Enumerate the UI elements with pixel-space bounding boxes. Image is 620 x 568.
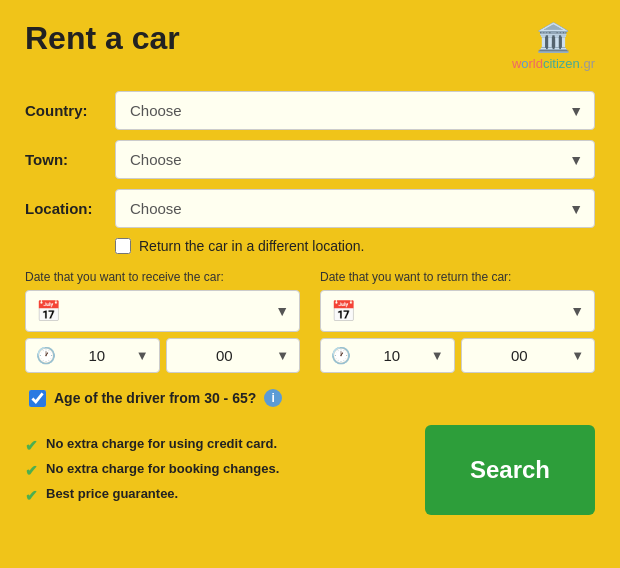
logo-text: worldcitizen.gr: [512, 56, 595, 71]
benefit-2-text: No extra charge for booking changes.: [46, 461, 279, 476]
location-label: Location:: [25, 200, 115, 217]
receive-time-row: 🕐 10 ▼ 00 ▼: [25, 338, 300, 373]
receive-date-block: Date that you want to receive the car: 📅…: [25, 270, 300, 373]
page-header: Rent a car 🏛️ worldcitizen.gr: [25, 20, 595, 73]
clock-icon: 🕐: [36, 346, 56, 365]
return-date-picker[interactable]: 📅 ▼: [320, 290, 595, 332]
return-date-block: Date that you want to return the car: 📅 …: [320, 270, 595, 373]
chevron-down-icon: ▼: [431, 348, 444, 363]
check-icon: ✔: [25, 462, 38, 480]
check-icon: ✔: [25, 437, 38, 455]
benefit-item: ✔ Best price guarantee.: [25, 486, 415, 505]
receive-date-picker[interactable]: 📅 ▼: [25, 290, 300, 332]
benefit-3-text: Best price guarantee.: [46, 486, 178, 501]
check-icon: ✔: [25, 487, 38, 505]
return-time-row: 🕐 10 ▼ 00 ▼: [320, 338, 595, 373]
logo: 🏛️ worldcitizen.gr: [512, 20, 595, 73]
chevron-down-icon: ▼: [571, 348, 584, 363]
age-row: Age of the driver from 30 - 65? i: [29, 389, 595, 407]
location-select[interactable]: Choose: [115, 189, 595, 228]
receive-hour-block[interactable]: 🕐 10 ▼: [25, 338, 160, 373]
age-checkbox[interactable]: [29, 390, 46, 407]
benefit-item: ✔ No extra charge for using credit card.: [25, 436, 415, 455]
town-select[interactable]: Choose: [115, 140, 595, 179]
info-icon[interactable]: i: [264, 389, 282, 407]
benefits-list: ✔ No extra charge for using credit card.…: [25, 425, 415, 515]
clock-icon: 🕐: [331, 346, 351, 365]
return-minute-block[interactable]: 00 ▼: [461, 338, 596, 373]
receive-minute-block[interactable]: 00 ▼: [166, 338, 301, 373]
town-row: Town: Choose ▼: [25, 140, 595, 179]
receive-minute-value: 00: [177, 347, 273, 364]
location-select-wrapper: Choose ▼: [115, 189, 595, 228]
age-label[interactable]: Age of the driver from 30 - 65?: [54, 390, 256, 406]
page-title: Rent a car: [25, 20, 180, 57]
logo-icon: 🏛️: [512, 20, 595, 56]
receive-date-label: Date that you want to receive the car:: [25, 270, 300, 284]
return-hour-block[interactable]: 🕐 10 ▼: [320, 338, 455, 373]
return-location-checkbox[interactable]: [115, 238, 131, 254]
receive-hour-value: 10: [62, 347, 132, 364]
bottom-section: ✔ No extra charge for using credit card.…: [25, 425, 595, 515]
benefit-item: ✔ No extra charge for booking changes.: [25, 461, 415, 480]
country-row: Country: Choose ▼: [25, 91, 595, 130]
benefit-1-text: No extra charge for using credit card.: [46, 436, 277, 451]
country-label: Country:: [25, 102, 115, 119]
town-label: Town:: [25, 151, 115, 168]
chevron-down-icon: ▼: [136, 348, 149, 363]
return-hour-value: 10: [357, 347, 427, 364]
chevron-down-icon: ▼: [570, 303, 584, 319]
location-row: Location: Choose ▼: [25, 189, 595, 228]
chevron-down-icon: ▼: [276, 348, 289, 363]
town-select-wrapper: Choose ▼: [115, 140, 595, 179]
country-select-wrapper: Choose ▼: [115, 91, 595, 130]
return-location-row: Return the car in a different location.: [115, 238, 595, 254]
chevron-down-icon: ▼: [275, 303, 289, 319]
calendar-icon: 📅: [36, 299, 61, 323]
return-date-label: Date that you want to return the car:: [320, 270, 595, 284]
return-location-label[interactable]: Return the car in a different location.: [139, 238, 364, 254]
return-minute-value: 00: [472, 347, 568, 364]
calendar-icon: 📅: [331, 299, 356, 323]
search-button[interactable]: Search: [425, 425, 595, 515]
date-section: Date that you want to receive the car: 📅…: [25, 270, 595, 373]
country-select[interactable]: Choose: [115, 91, 595, 130]
